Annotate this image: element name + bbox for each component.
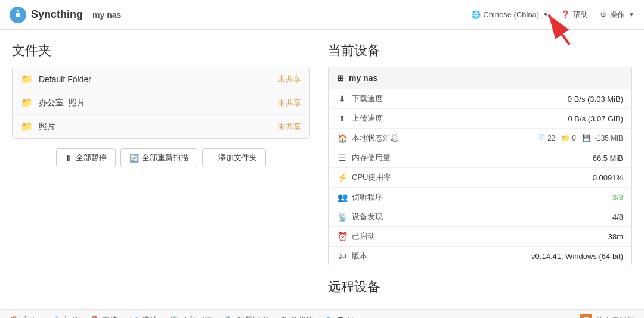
stat-upload: ⬆ 上传速度 0 B/s (3.07 GiB) [329, 109, 631, 129]
listeners-icon: 👥 [337, 192, 348, 202]
footer-link-source[interactable]: ⚙ 源代码 [280, 315, 314, 319]
local-item-folders: 📁 0 [561, 134, 576, 142]
main-content: 文件夹 📁 Default Folder 未共享 📁 办公室_照片 未共享 📁 [0, 30, 644, 309]
stat-label-listeners: 👥 侦听程序 [337, 192, 383, 202]
home-footer-icon: 🏠 [10, 316, 19, 318]
device-icon: ⊞ [337, 73, 344, 83]
current-device-title: 当前设备 [328, 42, 632, 60]
folder-icon-2: 📁 [21, 97, 33, 108]
footer-link-twitter[interactable]: 🐦 Twitter [326, 316, 361, 318]
stat-memory: ☰ 内存使用量 66.5 MiB [329, 148, 631, 168]
clock-icon: ⏰ [337, 232, 348, 241]
rescan-all-button[interactable]: 🔄 全部重新扫描 [120, 148, 197, 167]
folder-item-left-3: 📁 照片 [21, 121, 55, 132]
ops-link[interactable]: ⚙ 操作 ▼ [600, 10, 634, 20]
stat-label-download: ⬇ 下载速度 [337, 93, 383, 104]
remote-device-title: 远程设备 [328, 278, 632, 296]
stat-label-upload: ⬆ 上传速度 [337, 113, 383, 124]
folder-small-icon: 📁 [561, 134, 570, 142]
plus-icon: + [211, 154, 216, 163]
footer-brand: 值 什么值得买 [580, 314, 634, 318]
stat-value-discovery: 4/8 [612, 213, 623, 222]
globe-icon: 🌐 [471, 10, 481, 19]
help-link[interactable]: ❓ 帮助 [561, 10, 588, 20]
tag-icon: 🏷 [337, 251, 348, 261]
folder-item-photos[interactable]: 📁 照片 未共享 [13, 115, 309, 138]
home-icon: 🏠 [337, 133, 348, 143]
refresh-icon: 🔄 [129, 154, 139, 163]
footer-link-stats[interactable]: 📊 统计 [129, 315, 157, 319]
ops-caret: ▼ [628, 11, 634, 18]
brand: Syncthing my nas [10, 7, 121, 23]
footer: 🏠 主页 📄 文档 ❓ 支持 📊 统计 📋 更新日志 🔧 问题回报 ⚙ 源代码 … [0, 309, 644, 318]
stat-version: 🏷 版本 v0.14.41, Windows (64 bit) [329, 247, 631, 266]
stat-label-cpu: ⚡ CPU使用率 [337, 172, 391, 183]
twitter-footer-icon: 🐦 [326, 316, 335, 318]
stat-value-download: 0 B/s (3.03 MiB) [568, 95, 623, 104]
stat-download: ⬇ 下载速度 0 B/s (3.03 MiB) [329, 89, 631, 109]
footer-brand-text: 什么值得买 [596, 315, 634, 319]
folder-item-office[interactable]: 📁 办公室_照片 未共享 [13, 91, 309, 115]
file-icon: 📄 [537, 134, 546, 142]
left-panel: 文件夹 📁 Default Folder 未共享 📁 办公室_照片 未共享 📁 [12, 42, 310, 303]
folders-title: 文件夹 [12, 42, 310, 60]
stat-label-version: 🏷 版本 [337, 251, 367, 261]
footer-link-support[interactable]: ❓ 支持 [89, 315, 117, 319]
svg-point-2 [17, 10, 19, 12]
folder-name-3: 照片 [39, 121, 55, 132]
upload-icon: ⬆ [337, 114, 348, 123]
download-icon: ⬇ [337, 94, 348, 104]
footer-link-changelog[interactable]: 📋 更新日志 [169, 315, 213, 319]
folder-name-2: 办公室_照片 [39, 98, 85, 108]
help-icon: ❓ [561, 10, 570, 19]
navbar-right: 🌐 Chinese (China) ▼ ❓ 帮助 ⚙ 操作 ▼ [471, 10, 634, 20]
stat-value-uptime: 38m [608, 232, 623, 241]
folder-list: 📁 Default Folder 未共享 📁 办公室_照片 未共享 📁 照片 未… [12, 67, 310, 139]
local-item-size: 💾 ~135 MiB [582, 134, 623, 142]
folder-status-2: 未共享 [278, 98, 301, 108]
lang-label: Chinese (China) [483, 10, 539, 19]
stat-value-version: v0.14.41, Windows (64 bit) [531, 252, 623, 261]
folder-item-default[interactable]: 📁 Default Folder 未共享 [13, 67, 309, 91]
right-panel: 当前设备 ⊞ my nas ⬇ 下载速度 0 B/s (3.03 MiB) [328, 42, 632, 303]
device-stats: ⬇ 下载速度 0 B/s (3.03 MiB) ⬆ 上传速度 0 B/s (3.… [329, 89, 631, 266]
stats-footer-icon: 📊 [129, 316, 139, 318]
device-card-header: ⊞ my nas [329, 67, 631, 89]
folder-item-left-2: 📁 办公室_照片 [21, 97, 85, 108]
stat-cpu: ⚡ CPU使用率 0.0091% [329, 168, 631, 188]
cpu-icon: ⚡ [337, 173, 348, 182]
device-name: my nas [349, 73, 377, 83]
footer-link-bugreport[interactable]: 🔧 问题回报 [225, 315, 268, 319]
stat-discovery: 📡 设备发现 4/8 [329, 207, 631, 227]
local-item-files: 📄 22 [537, 134, 555, 142]
memory-icon: ☰ [337, 153, 348, 163]
navbar-device: my nas [92, 10, 121, 20]
svg-point-1 [16, 13, 20, 17]
pause-icon: ⏸ [65, 154, 73, 163]
brand-logo [10, 7, 26, 23]
stat-local: 🏠 本地状态汇总 📄 22 📁 0 💾 [329, 129, 631, 148]
add-folder-button[interactable]: + 添加文件夹 [202, 148, 267, 167]
source-footer-icon: ⚙ [280, 316, 287, 318]
stat-value-upload: 0 B/s (3.07 GiB) [568, 114, 623, 123]
footer-links: 🏠 主页 📄 文档 ❓ 支持 📊 统计 📋 更新日志 🔧 问题回报 ⚙ 源代码 … [10, 315, 361, 319]
hdd-icon: 💾 [582, 134, 591, 142]
folder-item-left: 📁 Default Folder [21, 73, 91, 85]
remote-section: 远程设备 [328, 278, 632, 296]
footer-link-docs[interactable]: 📄 文档 [49, 315, 78, 319]
gear-icon: ⚙ [600, 10, 607, 19]
footer-link-home[interactable]: 🏠 主页 [10, 315, 38, 319]
lang-selector[interactable]: 🌐 Chinese (China) ▼ [471, 10, 549, 19]
stat-label-local: 🏠 本地状态汇总 [337, 133, 398, 144]
folder-icon-3: 📁 [21, 121, 33, 132]
pause-all-button[interactable]: ⏸ 全部暂停 [56, 148, 116, 167]
footer-brand-logo: 值 [580, 314, 592, 318]
lang-caret: ▼ [543, 11, 549, 18]
device-card: ⊞ my nas ⬇ 下载速度 0 B/s (3.03 MiB) ⬆ 上传速度 [328, 67, 632, 266]
folder-status: 未共享 [278, 74, 301, 85]
stat-label-discovery: 📡 设备发现 [337, 211, 383, 222]
stat-value-cpu: 0.0091% [593, 173, 623, 182]
navbar: Syncthing my nas 🌐 Chinese (China) ▼ ❓ 帮… [0, 0, 644, 30]
stat-value-local: 📄 22 📁 0 💾 ~135 MiB [537, 134, 623, 142]
folder-status-3: 未共享 [278, 121, 301, 132]
